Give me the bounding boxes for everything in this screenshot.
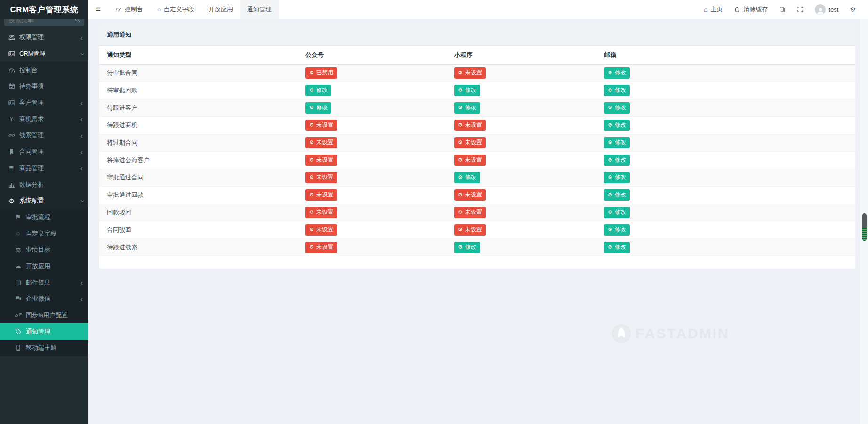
mp-config-button[interactable]: ⚙未设置 <box>305 242 337 253</box>
mini-config-button[interactable]: ⚙修改 <box>454 172 480 183</box>
mini-config-button[interactable]: ⚙未设置 <box>454 189 486 201</box>
dashboard-icon <box>115 6 122 13</box>
email-config-button[interactable]: ⚙修改 <box>604 120 630 131</box>
sidebar-item-system-config[interactable]: ⚙系统配置‹ <box>0 193 88 209</box>
mp-config-button[interactable]: ⚙未设置 <box>305 189 337 201</box>
sidebar-item-approval-flow[interactable]: ⚑审批流程 <box>0 209 88 226</box>
col-header-2: 小程序 <box>450 46 600 65</box>
sidebar-item-dashboard[interactable]: 控制台 <box>0 62 88 78</box>
idcard-icon <box>7 99 16 106</box>
cogs-icon: ⚙ <box>309 175 314 180</box>
mp-config-button[interactable]: ⚙未设置 <box>305 224 337 236</box>
notification-type-cell: 将过期合同 <box>99 134 302 152</box>
mini-config-button[interactable]: ⚙修改 <box>454 102 480 114</box>
mp-config-button[interactable]: ⚙未设置 <box>305 207 337 218</box>
email-config-button[interactable]: ⚙修改 <box>604 85 630 96</box>
sidebar-item-performance-target[interactable]: ⚖业绩目标 <box>0 242 88 258</box>
mp-config-button[interactable]: ⚙未设置 <box>305 120 337 131</box>
mini-config-button[interactable]: ⚙未设置 <box>454 137 486 148</box>
sidebar-item-open-app[interactable]: ☁开放应用 <box>0 258 88 275</box>
app-logo: CRM客户管理系统 <box>0 0 88 19</box>
sidebar-item-label: 通知管理 <box>26 327 50 336</box>
cloud-icon: ☁ <box>14 262 23 269</box>
mini-config-button[interactable]: ⚙未设置 <box>454 120 486 131</box>
mini-config-button[interactable]: ⚙未设置 <box>454 155 486 166</box>
sidebar-item-custom-field[interactable]: ○自定义字段 <box>0 225 88 242</box>
mini-config-button[interactable]: ⚙修改 <box>454 85 480 96</box>
fullscreen-button[interactable] <box>791 0 809 19</box>
mp-config-button[interactable]: ⚙未设置 <box>305 155 337 166</box>
email-config-button[interactable]: ⚙修改 <box>604 172 630 183</box>
sidebar-item-customer-management[interactable]: 客户管理‹ <box>0 95 88 111</box>
cogs-icon: ⚙ <box>608 227 612 232</box>
mini-cell: ⚙未设置 <box>450 187 600 204</box>
button-label: 未设置 <box>465 139 482 147</box>
mini-config-button[interactable]: ⚙未设置 <box>454 224 486 236</box>
button-label: 未设置 <box>316 121 333 129</box>
sidebar-item-crm-management[interactable]: CRM管理‹ <box>0 46 88 62</box>
email-config-button[interactable]: ⚙修改 <box>604 189 630 201</box>
mini-config-button[interactable]: ⚙修改 <box>454 242 480 253</box>
sidebar-item-label: 合同管理 <box>19 147 44 156</box>
mp-config-button[interactable]: ⚙修改 <box>305 102 331 114</box>
tab-label: 控制台 <box>125 5 143 14</box>
main-content: 通用通知 通知类型公众号小程序邮箱 待审批合同⚙已禁用⚙未设置⚙修改待审批回款⚙… <box>88 19 868 424</box>
home-button[interactable]: ⌂ 主页 <box>698 0 728 19</box>
sidebar-item-notify-management[interactable]: 通知管理 <box>0 323 88 340</box>
dashboard-icon <box>7 67 16 73</box>
table-row: 将掉进公海客户⚙未设置⚙未设置⚙修改 <box>99 152 855 169</box>
sidebar-item-contract-management[interactable]: 合同管理‹ <box>0 144 88 160</box>
mp-config-button[interactable]: ⚙已禁用 <box>305 67 337 79</box>
hamburger-icon[interactable]: ≡ <box>88 0 108 19</box>
email-config-button[interactable]: ⚙修改 <box>604 207 630 218</box>
sidebar-item-sync-fa-user[interactable]: 同步fa用户配置 <box>0 307 88 324</box>
tab-notify[interactable]: 通知管理 <box>240 0 279 19</box>
email-config-button[interactable]: ⚙修改 <box>604 155 630 166</box>
cogs-icon: ⚙ <box>458 245 463 250</box>
home-label: 主页 <box>710 5 723 14</box>
cogs-icon: ⚙ <box>608 122 612 128</box>
clear-cache-button[interactable]: 清除缓存 <box>728 0 773 19</box>
sidebar-item-clue-management[interactable]: 线索管理‹ <box>0 127 88 144</box>
sidebar-item-label: 企业微信 <box>26 294 50 303</box>
mp-cell: ⚙未设置 <box>302 152 450 169</box>
sidebar-item-goods-management[interactable]: ≣商品管理‹ <box>0 160 88 177</box>
user-menu[interactable]: test <box>809 0 844 19</box>
sidebar-item-business-demand[interactable]: ¥商机需求‹ <box>0 111 88 127</box>
calendar-icon <box>7 83 16 90</box>
settings-button[interactable]: ⚙ <box>844 0 861 19</box>
mini-config-button[interactable]: ⚙未设置 <box>454 207 486 218</box>
sidebar-item-data-analysis[interactable]: 数据分析 <box>0 176 88 193</box>
sidebar-item-mobile-theme[interactable]: 移动端主题 <box>0 340 88 356</box>
tab-label: 开放应用 <box>209 5 233 14</box>
mini-config-button[interactable]: ⚙未设置 <box>454 67 486 79</box>
button-label: 未设置 <box>465 226 482 234</box>
button-label: 未设置 <box>465 191 482 199</box>
mp-config-button[interactable]: ⚙未设置 <box>305 172 337 183</box>
email-cell: ⚙修改 <box>600 187 855 204</box>
sidebar-item-wework[interactable]: 企业微信‹ <box>0 291 88 307</box>
mp-config-button[interactable]: ⚙未设置 <box>305 137 337 148</box>
scrollbar-thumb[interactable] <box>862 213 867 241</box>
mp-cell: ⚙未设置 <box>302 187 450 204</box>
menu-search-input[interactable] <box>9 19 72 24</box>
email-config-button[interactable]: ⚙修改 <box>604 137 630 148</box>
sidebar-item-auth-management[interactable]: 权限管理‹ <box>0 29 88 46</box>
button-label: 修改 <box>316 104 328 112</box>
tab-open-app[interactable]: 开放应用 <box>201 0 240 19</box>
mp-cell: ⚙未设置 <box>302 204 450 221</box>
cogs-icon: ⚙ <box>309 88 314 93</box>
tab-dashboard[interactable]: 控制台 <box>108 0 150 19</box>
sidebar-item-todo-items[interactable]: 待办事项 <box>0 78 88 95</box>
sidebar-item-label: 客户管理 <box>19 98 44 107</box>
sidebar-item-mail-sms[interactable]: ◫邮件短息‹ <box>0 274 88 291</box>
mp-config-button[interactable]: ⚙修改 <box>305 85 331 96</box>
email-config-button[interactable]: ⚙修改 <box>604 242 630 253</box>
email-cell: ⚙修改 <box>600 134 855 152</box>
email-config-button[interactable]: ⚙修改 <box>604 224 630 236</box>
email-config-button[interactable]: ⚙修改 <box>604 67 630 79</box>
email-config-button[interactable]: ⚙修改 <box>604 102 630 114</box>
language-switch-button[interactable] <box>773 0 791 19</box>
cogs-icon: ⚙ <box>309 210 314 215</box>
tab-custom-field[interactable]: ○自定义字段 <box>150 0 201 19</box>
